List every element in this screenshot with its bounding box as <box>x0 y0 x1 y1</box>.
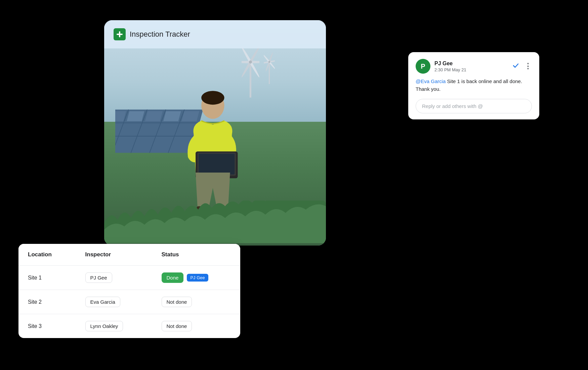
cell-inspector-2: Eva Garcia <box>76 290 152 314</box>
comment-body: @Eva Garcia Site 1 is back online and al… <box>416 78 532 93</box>
scene: Inspection Tracker P PJ Gee 2:30 PM May … <box>0 0 588 370</box>
more-menu-icon[interactable]: ⋮ <box>524 62 532 71</box>
comment-header: P PJ Gee 2:30 PM May 21 ⋮ <box>416 59 532 74</box>
status-chip-done[interactable]: Done <box>162 272 184 283</box>
col-header-location: Location <box>18 244 76 266</box>
app-title: Inspection Tracker <box>130 30 190 39</box>
grass-foreground <box>104 200 326 246</box>
commenter-name: PJ Gee <box>434 60 508 67</box>
app-icon <box>114 28 126 40</box>
comment-meta: PJ Gee 2:30 PM May 21 <box>434 60 508 72</box>
cell-status-1: Done PJ Gee <box>152 266 240 290</box>
table-row: Site 1 PJ Gee Done PJ Gee <box>18 266 240 290</box>
col-header-inspector: Inspector <box>76 244 152 266</box>
cell-location-3: Site 3 <box>18 314 76 338</box>
svg-rect-8 <box>127 111 144 121</box>
table-card: Location Inspector Status Site 1 PJ Gee … <box>18 244 240 338</box>
svg-point-23 <box>201 91 224 105</box>
svg-rect-27 <box>199 154 235 175</box>
cell-location-1: Site 1 <box>18 266 76 290</box>
comment-card: P PJ Gee 2:30 PM May 21 ⋮ @Eva Garcia Si… <box>408 52 539 119</box>
svg-rect-17 <box>269 62 270 84</box>
svg-point-21 <box>268 61 270 63</box>
comment-time: 2:30 PM May 21 <box>434 67 508 72</box>
user-tag-1: PJ Gee <box>187 274 208 282</box>
status-cell-1: Done PJ Gee <box>162 272 231 283</box>
reply-input[interactable]: Reply or add others with @ <box>416 99 532 113</box>
mention-tag: @Eva Garcia <box>416 78 446 84</box>
comment-actions: ⋮ <box>512 62 532 71</box>
table-header-row: Location Inspector Status <box>18 244 240 266</box>
status-chip-notdone-2[interactable]: Not done <box>162 297 192 307</box>
table-row: Site 2 Eva Garcia Not done <box>18 290 240 314</box>
cell-status-3: Not done <box>152 314 240 338</box>
cell-inspector-1: PJ Gee <box>76 266 152 290</box>
plus-icon <box>116 31 123 38</box>
inspector-chip-1[interactable]: PJ Gee <box>85 272 112 283</box>
col-header-status: Status <box>152 244 240 266</box>
inspection-table: Location Inspector Status Site 1 PJ Gee … <box>18 244 240 338</box>
cell-inspector-3: Lynn Oakley <box>76 314 152 338</box>
status-chip-notdone-3[interactable]: Not done <box>162 321 192 331</box>
app-header: Inspection Tracker <box>104 20 326 48</box>
avatar: P <box>416 59 430 74</box>
svg-rect-9 <box>145 111 163 121</box>
cell-status-2: Not done <box>152 290 240 314</box>
inspector-chip-2[interactable]: Eva Garcia <box>85 297 120 307</box>
wind-turbine-2 <box>264 47 275 110</box>
inspector-chip-3[interactable]: Lynn Oakley <box>85 321 123 331</box>
photo-background <box>104 20 326 246</box>
photo-card: Inspection Tracker <box>104 20 326 246</box>
cell-location-2: Site 2 <box>18 290 76 314</box>
check-icon[interactable] <box>512 62 519 71</box>
svg-rect-31 <box>117 34 123 35</box>
table-row: Site 3 Lynn Oakley Not done <box>18 314 240 338</box>
svg-point-16 <box>249 61 252 64</box>
